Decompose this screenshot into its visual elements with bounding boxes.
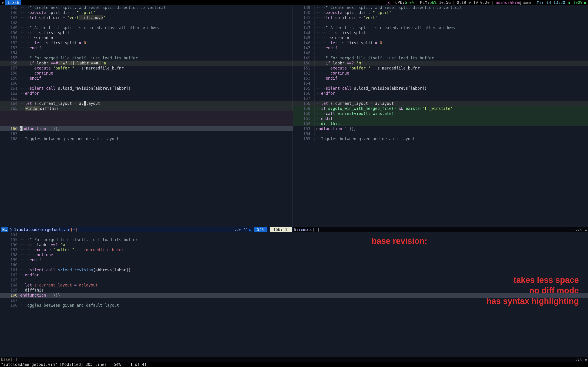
fold-column[interactable]: | xyxy=(313,126,316,131)
code-line[interactable]: 158······continue xyxy=(0,71,293,76)
tmux-active-window[interactable]: 1:zsh xyxy=(5,0,21,5)
fold-column[interactable]: | xyxy=(313,116,316,121)
fold-column[interactable]: | xyxy=(313,106,316,111)
code-line[interactable]: 166endfunction " }}} xyxy=(0,126,293,131)
code-line[interactable]: 160|····call winrestview(l:_winstate) xyxy=(293,111,588,116)
code-line[interactable]: 152······let is_first_split = 0 xyxy=(0,40,293,45)
code-line[interactable]: 144|····if is_first_split xyxy=(293,30,588,35)
code-line[interactable]: 149|····" For merged file itself, just l… xyxy=(293,56,588,60)
fold-column[interactable]: | xyxy=(313,111,316,116)
code-line[interactable]: 157······execute "buffer " . s:mergedfil… xyxy=(0,66,293,71)
fold-column[interactable]: | xyxy=(313,121,316,126)
fold-column[interactable]: | xyxy=(313,101,316,106)
code-area-remote[interactable]: 139|····" Create next split, and reset s… xyxy=(293,5,588,227)
code-line[interactable]: 153|····endif xyxy=(293,76,588,81)
code-line[interactable]: 151|······execute "buffer " . s:mergedfi… xyxy=(293,66,588,71)
code-line[interactable]: 162|··diffthis xyxy=(293,121,588,126)
code-line[interactable]: 164··let s:current_layout = a:_layout xyxy=(0,101,293,106)
fold-column[interactable]: | xyxy=(313,96,316,101)
code-line[interactable]: 141|····let split_dir = 'vert' xyxy=(293,15,588,20)
code-line[interactable]: 148 xyxy=(0,20,293,25)
fold-column[interactable]: | xyxy=(313,131,316,136)
code-line[interactable]: 146|······let is_first_split = 0 xyxy=(293,40,588,45)
code-line[interactable]: 161|··endif xyxy=(293,116,588,121)
code-area-base[interactable]: 154155····" For merged file itself, just… xyxy=(0,232,588,357)
code-line[interactable]: 159····endif xyxy=(0,76,293,81)
code-line[interactable]: ----------------------------------------… xyxy=(0,111,293,116)
fold-column[interactable]: | xyxy=(313,71,316,76)
code-line[interactable]: ----------------------------------------… xyxy=(0,121,293,126)
code-line[interactable]: 147····let split_dir = 'vert leftabove' xyxy=(0,15,293,20)
code-line[interactable]: ----------------------------------------… xyxy=(0,116,293,121)
code-line[interactable]: 157······execute "buffer " . s:mergedfil… xyxy=(0,247,588,252)
code-line[interactable]: 153····endif xyxy=(0,45,293,50)
fold-column[interactable]: | xyxy=(313,86,316,91)
code-line[interactable]: 163|endfunction " }}} xyxy=(293,126,588,131)
code-line[interactable]: 140|····execute split_dir . " split" xyxy=(293,10,588,15)
code-line[interactable]: 154| xyxy=(293,81,588,86)
code-line[interactable]: 142| xyxy=(293,20,588,25)
code-line[interactable]: 165··diffthis xyxy=(0,288,588,293)
vim-command-line[interactable]: "autoload/mergetool.vim" [Modified] 305 … xyxy=(0,362,588,367)
fold-column[interactable]: | xyxy=(313,56,316,60)
fold-column[interactable]: | xyxy=(313,5,316,10)
code-line[interactable]: 154 xyxy=(0,232,588,237)
fold-column[interactable]: | xyxy=(313,50,316,56)
code-line[interactable]: 161····silent call s:load_revision(abbre… xyxy=(0,267,588,273)
code-line[interactable]: 152|······continue xyxy=(293,71,588,76)
code-line[interactable]: 150|····if labbr ==? 'm' xyxy=(293,60,588,66)
code-line[interactable]: 151······wincmd o xyxy=(0,35,293,40)
code-line[interactable]: 164··let s:current_layout = a:layout xyxy=(0,283,588,288)
code-line[interactable]: 165··windo diffthis xyxy=(0,106,293,111)
code-line[interactable]: 145····" Create next split, and reset sp… xyxy=(0,5,293,10)
code-line[interactable]: 165|" Toggles between given and default … xyxy=(293,136,588,141)
fold-column[interactable]: | xyxy=(313,15,316,20)
code-line[interactable]: 155····" For merged file itself, just lo… xyxy=(0,56,293,60)
fold-column[interactable]: | xyxy=(313,40,316,45)
code-line[interactable]: 160 xyxy=(0,81,293,86)
code-line[interactable]: 155|····silent call s:load_revision(abbr… xyxy=(293,86,588,91)
code-line[interactable]: 163 xyxy=(0,277,588,283)
code-line[interactable]: 147|····endif xyxy=(293,45,588,50)
code-line[interactable]: 161····silent call s:load_revision(abbre… xyxy=(0,86,293,91)
code-line[interactable]: 164| xyxy=(293,131,588,136)
code-line[interactable]: 150····if is_first_split xyxy=(0,30,293,35)
code-line[interactable]: 157| xyxy=(293,96,588,101)
code-line[interactable]: 156····if labbr ==# 'w' || labbr ==# 'm' xyxy=(0,60,293,66)
code-line[interactable]: 162··endfor xyxy=(0,91,293,96)
pane-local[interactable]: 145····" Create next split, and reset sp… xyxy=(0,5,293,232)
code-line[interactable]: 160 xyxy=(0,262,588,267)
code-line[interactable]: 168" Toggles between given and default l… xyxy=(0,136,293,141)
code-line[interactable]: 148| xyxy=(293,50,588,56)
code-line[interactable]: 143|····" After first split is created, … xyxy=(293,25,588,30)
fold-column[interactable]: | xyxy=(313,35,316,40)
code-line[interactable]: 163 xyxy=(0,96,293,101)
fold-column[interactable]: | xyxy=(313,30,316,35)
fold-column[interactable]: | xyxy=(313,10,316,15)
code-line[interactable]: 158······continue xyxy=(0,252,588,257)
code-line[interactable]: 155····" For merged file itself, just lo… xyxy=(0,237,588,242)
code-line[interactable]: 139|····" Create next split, and reset s… xyxy=(293,5,588,10)
fold-column[interactable]: | xyxy=(313,76,316,81)
code-line[interactable]: 149····" After first split is created, c… xyxy=(0,25,293,30)
code-line[interactable]: 156····if labbr ==? 'w' xyxy=(0,242,588,247)
fold-column[interactable]: | xyxy=(313,60,316,66)
fold-column[interactable]: | xyxy=(313,136,316,141)
code-area-local[interactable]: 145····" Create next split, and reset sp… xyxy=(0,5,293,227)
code-line[interactable]: 146····execute split_dir . " split" xyxy=(0,10,293,15)
fold-column[interactable]: | xyxy=(313,20,316,25)
code-line[interactable]: 154 xyxy=(0,50,293,56)
pane-remote[interactable]: 139|····" Create next split, and reset s… xyxy=(293,5,588,232)
fold-column[interactable]: | xyxy=(313,66,316,71)
code-line[interactable]: 158|··let s:current_layout = a:layout xyxy=(293,101,588,106)
code-line[interactable]: 145|······wincmd o xyxy=(293,35,588,40)
fold-column[interactable]: | xyxy=(313,45,316,50)
code-line[interactable]: 167 xyxy=(0,131,293,136)
fold-column[interactable]: | xyxy=(313,25,316,30)
code-line[interactable]: 159····endif xyxy=(0,257,588,262)
code-line[interactable]: 162··endfor xyxy=(0,273,588,277)
fold-column[interactable]: | xyxy=(313,91,316,96)
code-line[interactable]: 159|··if s:goto_win_with_merged_file() &… xyxy=(293,106,588,111)
code-line[interactable]: 156|··endfor xyxy=(293,91,588,96)
fold-column[interactable]: | xyxy=(313,81,316,86)
